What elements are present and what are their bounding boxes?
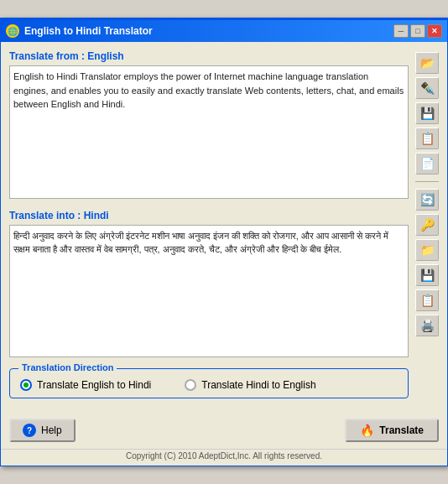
radio-circle-hi-en xyxy=(185,379,196,391)
restore-button[interactable]: □ xyxy=(410,24,425,38)
radio-group: Translate English to Hindi Translate Hin… xyxy=(20,376,398,391)
source-label: Translate from : English xyxy=(9,50,409,62)
main-area: Translate from : English English to Hind… xyxy=(9,50,409,407)
refresh-button[interactable]: 🔄 xyxy=(415,189,439,211)
paste-button[interactable]: 📄 xyxy=(415,153,439,174)
source-textarea[interactable]: English to Hindi Translator employs the … xyxy=(9,65,409,199)
copy2-button[interactable]: 📋 xyxy=(415,289,439,311)
toolbar: 📂 ✒️ 💾 📋 📄 🔄 🔑 📁 💾 📋 🖨️ xyxy=(415,50,439,407)
translate-button[interactable]: 🔥 Translate xyxy=(345,419,439,442)
title-bar: 🌐 English to Hindi Translator ─ □ ✕ xyxy=(1,20,447,42)
bottom-bar: ? Help 🔥 Translate xyxy=(1,415,447,449)
source-wrapper: English to Hindi Translator employs the … xyxy=(9,65,409,201)
radio-label-en-hi: Translate English to Hindi xyxy=(37,379,151,391)
key-button[interactable]: 🔑 xyxy=(415,214,439,236)
content-area: Translate from : English English to Hind… xyxy=(1,42,447,415)
direction-box: Translation Direction Translate English … xyxy=(9,368,409,398)
folder-button[interactable]: 📁 xyxy=(415,239,439,261)
print-button[interactable]: 🖨️ xyxy=(415,315,439,336)
radio-circle-en-hi xyxy=(20,379,32,391)
minimize-button[interactable]: ─ xyxy=(393,24,409,38)
copy-button[interactable]: 📋 xyxy=(415,128,439,149)
open-button[interactable]: 📂 xyxy=(415,52,439,74)
main-window: 🌐 English to Hindi Translator ─ □ ✕ Tran… xyxy=(0,18,448,466)
radio-en-to-hi[interactable]: Translate English to Hindi xyxy=(20,379,151,391)
toolbar-divider xyxy=(415,181,439,182)
copyright-text: Copyright (C) 2010 AdeptDict,Inc. All ri… xyxy=(1,449,447,466)
target-wrapper: हिन्दी अनुवाद करने के लिए अंग्रेजी इंटरन… xyxy=(9,225,409,361)
save2-button[interactable]: 💾 xyxy=(415,264,439,286)
target-textarea[interactable]: हिन्दी अनुवाद करने के लिए अंग्रेजी इंटरन… xyxy=(9,225,409,358)
direction-label: Translation Direction xyxy=(18,362,117,372)
radio-label-hi-en: Translate Hindi to English xyxy=(201,379,315,391)
edit-button[interactable]: ✒️ xyxy=(415,77,439,99)
target-label: Translate into : Hindi xyxy=(9,210,409,221)
translate-icon: 🔥 xyxy=(360,424,374,437)
window-title: English to Hindi Translator xyxy=(24,25,153,37)
radio-hi-to-en[interactable]: Translate Hindi to English xyxy=(185,379,315,391)
help-icon: ? xyxy=(23,424,36,437)
window-controls: ─ □ ✕ xyxy=(393,24,442,38)
help-label: Help xyxy=(41,424,62,436)
help-button[interactable]: ? Help xyxy=(9,419,76,442)
radio-inner-en-hi xyxy=(23,383,29,388)
close-button[interactable]: ✕ xyxy=(427,24,442,38)
app-icon: 🌐 xyxy=(6,24,19,38)
translate-label: Translate xyxy=(379,424,424,436)
save-button[interactable]: 💾 xyxy=(415,102,439,124)
